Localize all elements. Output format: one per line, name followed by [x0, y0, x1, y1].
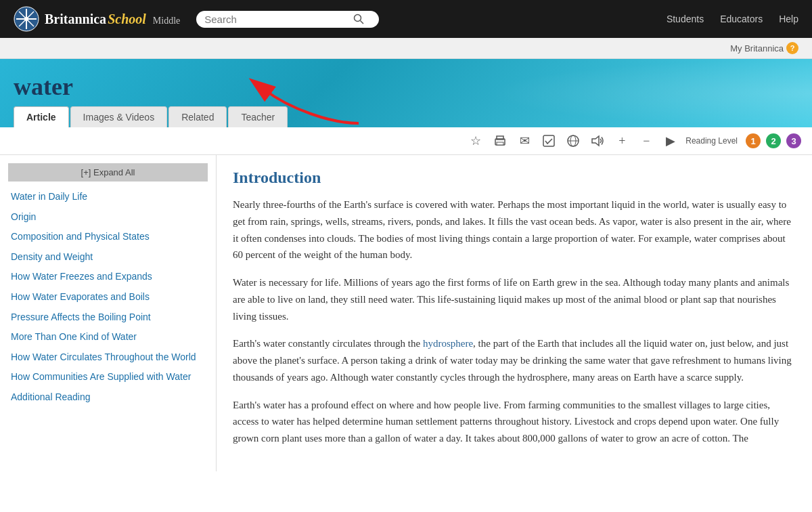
tab-images-videos[interactable]: Images & Videos [70, 106, 168, 127]
audio-svg [590, 134, 605, 148]
page-title: water [14, 72, 798, 101]
print-svg [493, 134, 507, 148]
main-content: [+] Expand All Water in Daily Life Origi… [0, 155, 812, 471]
school-brand: School [108, 12, 146, 27]
sidebar-item-pressure[interactable]: Pressure Affects the Boiling Point [0, 307, 216, 328]
globe-icon[interactable] [564, 131, 583, 150]
toolbar-area: ☆ ✉ [0, 127, 812, 155]
globe-svg [566, 134, 580, 148]
reading-level-label: Reading Level [685, 136, 738, 146]
tab-related[interactable]: Related [168, 106, 227, 127]
reading-level-1[interactable]: 1 [746, 133, 761, 148]
checkmark-icon[interactable] [539, 131, 558, 150]
search-button[interactable] [353, 14, 364, 24]
zoom-in-icon[interactable]: + [612, 131, 631, 150]
checkmark-svg [542, 134, 556, 148]
bookmark-icon[interactable]: ☆ [466, 131, 485, 150]
logo-text: Britannica School Middle [45, 12, 180, 27]
sidebar-item-composition[interactable]: Composition and Physical States [0, 227, 216, 247]
sidebar-item-communities[interactable]: How Communities Are Supplied with Water [0, 367, 216, 387]
reading-level-3[interactable]: 3 [786, 133, 801, 148]
search-input[interactable] [204, 14, 353, 25]
tab-article[interactable]: Article [14, 106, 69, 127]
nav-students[interactable]: Students [667, 14, 704, 24]
svg-rect-12 [543, 135, 554, 146]
blue-banner: water Article Images & Videos Related Te… [0, 59, 812, 127]
print-icon[interactable] [491, 131, 510, 150]
audio-icon[interactable] [588, 131, 607, 150]
svg-point-5 [24, 17, 28, 21]
svg-marker-16 [592, 136, 599, 146]
svg-point-6 [355, 15, 361, 22]
sidebar-item-more-kinds[interactable]: More Than One Kind of Water [0, 327, 216, 347]
logo-area: Britannica School Middle [14, 6, 180, 32]
svg-line-7 [361, 21, 364, 24]
search-bar [196, 11, 379, 28]
sidebar-item-freezes[interactable]: How Water Freezes and Expands [0, 267, 216, 287]
sidebar-item-water-daily-life[interactable]: Water in Daily Life [0, 187, 216, 207]
sidebar-item-origin[interactable]: Origin [0, 207, 216, 228]
help-circle-icon: ? [786, 42, 798, 54]
svg-rect-10 [497, 136, 503, 140]
header: Britannica School Middle Students Educat… [0, 0, 812, 38]
hydrosphere-link[interactable]: hydrosphere [423, 338, 473, 349]
search-input-wrapper [196, 11, 379, 28]
nav-links: Students Educators Help [667, 14, 798, 24]
sidebar-item-additional-reading[interactable]: Additional Reading [0, 387, 216, 408]
article-area: Introduction Nearly three-fourths of the… [217, 155, 812, 471]
search-icon [353, 14, 364, 24]
sidebar-item-circulates[interactable]: How Water Circulates Throughout the Worl… [0, 347, 216, 368]
article-paragraph-3: Earth's water constantly circulates thro… [233, 335, 796, 385]
level-badge: Middle [153, 16, 180, 26]
article-paragraph-2: Water is necessary for life. Millions of… [233, 274, 796, 324]
britannica-brand: Britannica [45, 12, 106, 27]
email-icon[interactable]: ✉ [515, 131, 534, 150]
reading-level-2[interactable]: 2 [766, 133, 781, 148]
sidebar-item-evaporates[interactable]: How Water Evaporates and Boils [0, 287, 216, 307]
nav-help[interactable]: Help [779, 14, 798, 24]
my-britannica-label: My Britannica [730, 43, 784, 54]
my-britannica-bar: My Britannica ? [0, 38, 812, 59]
svg-rect-11 [497, 142, 503, 145]
tab-teacher[interactable]: Teacher [228, 106, 288, 127]
article-section-title: Introduction [233, 169, 796, 187]
tabs-bar: Article Images & Videos Related Teacher [14, 106, 798, 127]
expand-icon[interactable]: ▶ [661, 131, 680, 150]
expand-all-button[interactable]: [+] Expand All [8, 163, 208, 182]
article-paragraph-4: Earth's water has a profound effect on w… [233, 397, 796, 447]
article-paragraph-1: Nearly three-fourths of the Earth's surf… [233, 196, 796, 263]
zoom-out-icon[interactable]: − [637, 131, 656, 150]
britannica-logo-icon [14, 6, 39, 32]
my-britannica-link[interactable]: My Britannica ? [730, 42, 798, 54]
nav-educators[interactable]: Educators [720, 14, 763, 24]
sidebar: [+] Expand All Water in Daily Life Origi… [0, 155, 217, 471]
sidebar-item-density[interactable]: Density and Weight [0, 247, 216, 268]
